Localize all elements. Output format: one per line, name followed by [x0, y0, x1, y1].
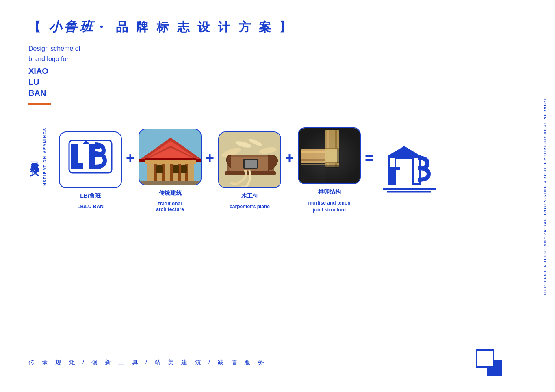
item2-label-cn: 传统建筑 [159, 190, 182, 197]
inspiration-section: 灵感释义 INSPIRATION MEANINGS [28, 127, 510, 213]
title-chinese: 小鲁班 [49, 19, 95, 34]
footer-text: 传 承 规 矩 / 创 新 工 具 / 精 美 建 筑 / 诚 信 服 务 [28, 359, 267, 366]
item-mortise: 榫卯结构 mortise and tenonjoint structure [298, 127, 361, 213]
lb-logo-svg [67, 138, 114, 181]
vertical-label: 灵感释义 INSPIRATION MEANINGS [28, 127, 47, 187]
svg-rect-56 [390, 167, 400, 170]
svg-rect-59 [387, 191, 431, 193]
arch-photo-svg [139, 129, 202, 185]
svg-rect-58 [383, 188, 436, 190]
item4-label-cn: 榫卯结构 [318, 188, 341, 196]
underline-accent [28, 103, 51, 105]
plane-photo-box [218, 131, 281, 188]
result-logo-box [377, 142, 440, 199]
svg-rect-18 [145, 160, 196, 164]
operator-3: + [285, 150, 294, 167]
svg-rect-57 [414, 158, 419, 183]
item-result [377, 142, 440, 199]
item-architecture: 传统建筑 traditionalarchitecture [139, 129, 202, 212]
item1-label-cn: LB/鲁班 [80, 192, 101, 200]
svg-rect-50 [299, 128, 361, 184]
svg-rect-25 [139, 181, 202, 185]
header-title: 【 小鲁班・ 品 牌 标 志 设 计 方 案 】 Design scheme o… [28, 18, 510, 105]
item4-label-en: mortise and tenonjoint structure [308, 200, 351, 213]
item-plane: 木工刨 carpenter's plane [218, 131, 281, 209]
operator-2: + [206, 150, 214, 167]
mortise-photo-box [298, 127, 361, 184]
svg-rect-35 [245, 160, 257, 168]
item3-label-en: carpenter's plane [230, 204, 270, 209]
mortise-photo-svg [299, 128, 361, 184]
svg-rect-22 [156, 165, 163, 173]
result-logo-final-svg [381, 144, 438, 197]
svg-rect-12 [170, 162, 173, 182]
title-main: 【 小鲁班・ 品 牌 标 志 设 计 方 案 】 [28, 18, 510, 36]
item1-label-en: LB/LU BAN [77, 204, 104, 209]
operator-4: = [365, 150, 373, 167]
right-sidebar: HERITAGE RULES/INNOVATIVE TOOLS/FINE ARC… [535, 0, 555, 392]
sidebar-vertical-text: HERITAGE RULES/INNOVATIVE TOOLS/FINE ARC… [543, 97, 547, 295]
item-lb-logo: LB/鲁班 LB/LU BAN [59, 131, 122, 209]
inspiration-chinese: 灵感释义 [28, 154, 41, 161]
svg-rect-23 [173, 165, 179, 173]
subtitle: Design scheme of brand logo for [28, 43, 510, 64]
item3-label-cn: 木工刨 [241, 192, 258, 200]
equation-row: LB/鲁班 LB/LU BAN + [59, 127, 510, 213]
plane-photo-svg [219, 132, 281, 188]
svg-rect-24 [181, 165, 187, 173]
lb-logo-box [59, 131, 122, 188]
svg-rect-10 [154, 164, 157, 182]
brand-name: XIAO LU BAN [28, 66, 510, 99]
inspiration-english: INSPIRATION MEANINGS [43, 127, 47, 187]
item2-label-en: traditionalarchitecture [156, 201, 184, 212]
footer-logo-icon [476, 349, 502, 376]
svg-marker-54 [387, 146, 421, 156]
svg-rect-21 [145, 158, 196, 160]
operator-1: + [126, 150, 134, 167]
svg-rect-5 [89, 165, 101, 169]
footer: 传 承 规 矩 / 创 新 工 具 / 精 美 建 筑 / 诚 信 服 务 [28, 349, 527, 376]
arch-photo-box [139, 129, 202, 185]
svg-rect-1 [71, 163, 83, 169]
